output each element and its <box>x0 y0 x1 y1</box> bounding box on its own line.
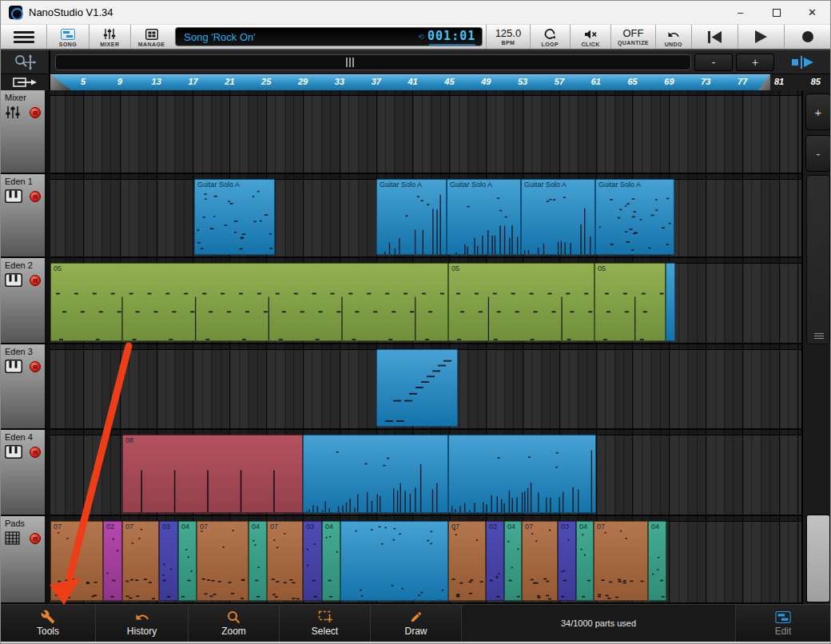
clip-note-pattern <box>51 264 448 341</box>
zoom-button[interactable]: Zoom <box>188 605 279 642</box>
track-lane-eden-1[interactable]: Guitar Solo AGuitar Solo AGuitar Solo AG… <box>50 174 801 258</box>
tab-mixer[interactable]: MIXER <box>89 25 130 49</box>
clip-03[interactable]: 03 <box>558 521 576 601</box>
clip-04[interactable]: 04 <box>576 521 594 601</box>
select-button[interactable]: Select <box>279 605 370 642</box>
track-name: Eden 4 <box>5 432 33 442</box>
scrollbar-grip[interactable] <box>346 58 354 67</box>
track-lane-eden-4[interactable]: 08 <box>50 430 801 516</box>
track-lane-pads[interactable]: 070207030407040703040703040703040704 <box>50 516 801 604</box>
clip-note-pattern <box>449 522 486 601</box>
clip-guitar-solo-a[interactable]: Guitar Solo A <box>521 179 595 255</box>
minimize-button[interactable]: – <box>722 1 758 24</box>
maximize-button[interactable] <box>758 1 794 24</box>
clip-note-pattern <box>595 264 666 341</box>
undo-icon <box>667 27 680 40</box>
record-arm-button[interactable]: R <box>30 275 41 286</box>
clip-07[interactable]: 07 <box>122 521 159 601</box>
clip-05[interactable]: 05 <box>448 263 594 341</box>
tools-button[interactable]: Tools <box>1 605 95 642</box>
ruler-number: 69 <box>664 77 674 86</box>
timeline-ruler-row: 5913172125293337414549535761656973778185 <box>1 74 830 90</box>
clip[interactable] <box>448 435 596 513</box>
quantize-button[interactable]: OFF QUANTIZE <box>610 25 654 49</box>
track-header-mixer[interactable]: MixerR <box>1 90 50 174</box>
clip-guitar-solo-a[interactable]: Guitar Solo A <box>447 179 521 255</box>
clip-label: 05 <box>598 264 606 272</box>
clip-note-pattern <box>522 180 595 255</box>
tab-song[interactable]: SONG <box>46 25 88 49</box>
menu-button[interactable] <box>1 25 46 49</box>
clip-03[interactable]: 03 <box>486 521 504 601</box>
clip-note-pattern <box>268 522 303 601</box>
record-button[interactable] <box>784 25 830 49</box>
clip-05[interactable]: 05 <box>594 263 666 341</box>
vertical-scrollbar-thumb[interactable] <box>806 175 830 344</box>
tab-manage[interactable]: MANAGE <box>130 25 172 49</box>
edit-button[interactable]: Edit <box>735 605 830 642</box>
clip-04[interactable]: 04 <box>178 521 197 601</box>
track-header-pads[interactable]: PadsR <box>1 516 50 604</box>
clip-07[interactable]: 07 <box>267 521 303 601</box>
track-lane-eden-2[interactable]: 050505 <box>50 258 801 344</box>
zoom-in-button[interactable]: + <box>736 54 774 71</box>
clip-04[interactable]: 04 <box>648 521 666 601</box>
undo-button[interactable]: UNDO <box>655 25 691 49</box>
zoom-pan-tool[interactable] <box>1 50 50 74</box>
clip[interactable] <box>340 521 448 601</box>
track-lane-eden-3[interactable] <box>50 344 801 430</box>
draw-button[interactable]: Draw <box>370 605 461 642</box>
follow-playhead-button[interactable] <box>779 52 825 73</box>
bpm-button[interactable]: 125.0 BPM <box>486 25 529 49</box>
history-button[interactable]: History <box>95 605 188 642</box>
clip-07[interactable]: 07 <box>197 521 249 601</box>
ruler-number: 21 <box>225 77 234 86</box>
clip[interactable] <box>303 435 448 513</box>
ruler-number: 41 <box>408 77 417 86</box>
record-arm-button[interactable]: R <box>30 361 41 372</box>
clip-07[interactable]: 07 <box>50 521 103 601</box>
clip-03[interactable]: 03 <box>159 521 178 601</box>
timeline-ruler[interactable]: 5913172125293337414549535761656973778185 <box>50 74 831 90</box>
loop-button[interactable]: LOOP <box>530 25 570 49</box>
track-header-eden-4[interactable]: Eden 4R <box>1 430 50 516</box>
clip-04[interactable]: 04 <box>249 521 267 601</box>
rewind-button[interactable] <box>691 25 738 49</box>
clip-07[interactable]: 07 <box>594 521 648 601</box>
clip-08[interactable]: 08 <box>122 435 303 513</box>
record-arm-button[interactable]: R <box>30 533 41 544</box>
clip-04[interactable]: 04 <box>504 521 522 601</box>
track-lane-mixer[interactable] <box>50 90 801 174</box>
clip-07[interactable]: 07 <box>448 521 486 601</box>
track-header-eden-1[interactable]: Eden 1R <box>1 174 50 258</box>
clip-guitar-solo-a[interactable]: Guitar Solo A <box>595 179 674 255</box>
clip-05[interactable]: 05 <box>50 263 448 341</box>
horizontal-scrollbar[interactable] <box>55 54 691 70</box>
play-button[interactable] <box>738 25 784 49</box>
clip-07[interactable]: 07 <box>522 521 558 601</box>
track-header-eden-3[interactable]: Eden 3R <box>1 344 50 430</box>
button-label: History <box>127 626 157 637</box>
record-arm-button[interactable]: R <box>30 107 41 118</box>
record-arm-button[interactable]: R <box>30 191 41 202</box>
click-button[interactable]: CLICK <box>570 25 610 49</box>
clip-03[interactable]: 03 <box>303 521 322 601</box>
track-header-eden-2[interactable]: Eden 2R <box>1 258 50 344</box>
track-zoom-in-button[interactable]: + <box>805 93 831 130</box>
clip-label: Guitar Solo A <box>524 181 567 189</box>
zoom-out-button[interactable]: - <box>694 54 733 71</box>
clip[interactable] <box>666 263 675 341</box>
vertical-scrollbar-section[interactable] <box>806 515 830 602</box>
clip-02[interactable]: 02 <box>103 521 122 601</box>
close-button[interactable]: ✕ <box>794 1 830 24</box>
record-arm-button[interactable]: R <box>30 447 41 458</box>
track-in-tool[interactable] <box>1 74 50 90</box>
clip-note-pattern <box>197 522 249 601</box>
clip-guitar-solo-a[interactable]: Guitar Solo A <box>376 179 447 255</box>
clip[interactable] <box>376 349 458 427</box>
clip-04[interactable]: 04 <box>322 521 340 601</box>
clip-note-pattern <box>304 522 322 601</box>
clip-guitar-solo-a[interactable]: Guitar Solo A <box>194 179 275 255</box>
clip-label: 04 <box>651 523 659 531</box>
track-zoom-out-button[interactable]: - <box>805 135 831 172</box>
